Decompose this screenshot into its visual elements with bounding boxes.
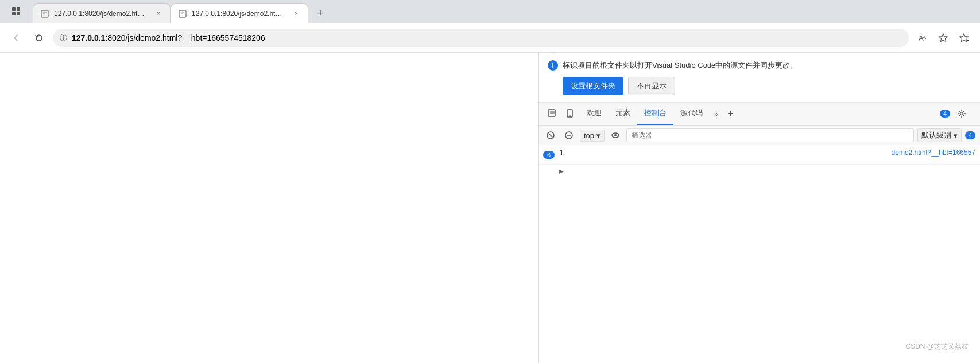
tab-console[interactable]: 控制台 — [637, 102, 673, 125]
tab-1-close[interactable]: × — [154, 9, 163, 18]
inspect-element-button[interactable] — [543, 104, 561, 123]
window-icon — [5, 0, 28, 23]
console-expand-row-0: ▶ — [539, 165, 980, 178]
svg-rect-2 — [12, 12, 16, 15]
svg-text:A: A — [923, 34, 926, 40]
svg-rect-3 — [17, 12, 20, 15]
address-bold-part: 127.0.0.1 — [72, 33, 105, 42]
watermark: CSDN @芝芝又荔枝 — [905, 342, 969, 352]
notification-message: i 标识项目的根文件夹以打开Visual Studio Code中的源文件并同步… — [548, 60, 971, 71]
set-root-folder-button[interactable]: 设置根文件夹 — [563, 77, 623, 95]
console-level-label: 默认级别 — [921, 130, 951, 140]
address-suffix: :8020/js/demo2.html?__hbt=1665574518206 — [105, 33, 265, 42]
device-toggle-button[interactable] — [561, 104, 580, 123]
address-text: 127.0.0.1:8020/js/demo2.html?__hbt=16655… — [72, 33, 902, 42]
console-content: 6 1 demo2.html?__hbt=166557 ▶ — [539, 146, 980, 364]
console-badge: 4 — [965, 131, 975, 139]
devtools-tabs: 欢迎 元素 控制台 源代码 » + 4 — [539, 103, 980, 126]
svg-rect-0 — [12, 7, 16, 11]
console-entry-0: 6 1 demo2.html?__hbt=166557 — [539, 146, 980, 165]
console-level-selector[interactable]: 默认级别 ▾ — [917, 128, 962, 142]
console-context-selector[interactable]: top ▾ — [580, 130, 605, 142]
console-entry-text-0: 1 — [559, 149, 887, 157]
notification-info-icon: i — [548, 60, 558, 71]
svg-point-17 — [960, 112, 963, 115]
console-entry-count: 6 — [543, 151, 555, 159]
dont-show-again-button[interactable]: 不再显示 — [628, 77, 675, 95]
svg-point-23 — [614, 134, 617, 136]
favorites-collection-button[interactable] — [955, 29, 973, 47]
tab-sources[interactable]: 源代码 — [673, 102, 710, 125]
console-filter-input[interactable] — [626, 128, 914, 142]
refresh-button[interactable] — [30, 29, 48, 47]
browser-tab-2[interactable]: 127.0.0.1:8020/js/demo2.html?_ × — [171, 3, 308, 23]
read-aloud-button[interactable]: AA — [913, 29, 932, 47]
tab-2-close[interactable]: × — [292, 9, 301, 18]
back-button[interactable] — [7, 29, 25, 47]
console-level-arrow: ▾ — [954, 131, 958, 140]
devtools-settings-button[interactable] — [952, 102, 971, 125]
console-eye-button[interactable] — [608, 128, 623, 143]
devtools-panel: i 标识项目的根文件夹以打开Visual Studio Code中的源文件并同步… — [538, 53, 980, 363]
tab-2-title: 127.0.0.1:8020/js/demo2.html?_ — [192, 10, 287, 18]
tab-elements[interactable]: 元素 — [609, 102, 637, 125]
tab-more-button[interactable]: » — [710, 102, 723, 125]
main-area: i 标识项目的根文件夹以打开Visual Studio Code中的源文件并同步… — [0, 53, 980, 363]
browser-tab-1[interactable]: 127.0.0.1:8020/js/demo2.html?_ × — [33, 3, 171, 23]
notification-buttons: 设置根文件夹 不再显示 — [563, 77, 971, 95]
toolbar-right: AA — [913, 29, 973, 47]
console-cancel-button[interactable] — [561, 128, 576, 143]
favorites-button[interactable] — [934, 29, 952, 47]
console-expand-arrow[interactable]: ▶ — [557, 167, 566, 176]
svg-rect-1 — [17, 7, 20, 11]
address-bar[interactable]: ⓘ 127.0.0.1:8020/js/demo2.html?__hbt=166… — [53, 29, 909, 47]
devtools-notification: i 标识项目的根文件夹以打开Visual Studio Code中的源文件并同步… — [539, 53, 980, 103]
tab-1-icon — [40, 9, 49, 18]
tab-welcome[interactable]: 欢迎 — [580, 102, 609, 125]
tab-bar: 127.0.0.1:8020/js/demo2.html?_ × 127.0.0… — [0, 0, 980, 23]
notification-text-content: 标识项目的根文件夹以打开Visual Studio Code中的源文件并同步更改… — [563, 60, 797, 71]
web-content — [0, 53, 538, 363]
console-top-label: top — [584, 131, 594, 140]
address-info-icon: ⓘ — [60, 33, 67, 43]
browser-frame: 127.0.0.1:8020/js/demo2.html?_ × 127.0.0… — [0, 0, 980, 363]
console-entry-link-0[interactable]: demo2.html?__hbt=166557 — [892, 149, 975, 157]
toolbar: ⓘ 127.0.0.1:8020/js/demo2.html?__hbt=166… — [0, 23, 980, 53]
tab-2-icon — [178, 9, 187, 18]
devtools-badge: 4 — [940, 110, 950, 118]
console-top-arrow: ▾ — [596, 131, 601, 140]
svg-line-19 — [549, 134, 552, 137]
tab-1-title: 127.0.0.1:8020/js/demo2.html?_ — [54, 10, 149, 18]
new-tab-button[interactable]: + — [311, 3, 330, 23]
console-toolbar: top ▾ 默认级别 ▾ 4 — [539, 126, 980, 146]
tab-add-button[interactable]: + — [723, 102, 738, 125]
console-clear-button[interactable] — [543, 128, 558, 143]
